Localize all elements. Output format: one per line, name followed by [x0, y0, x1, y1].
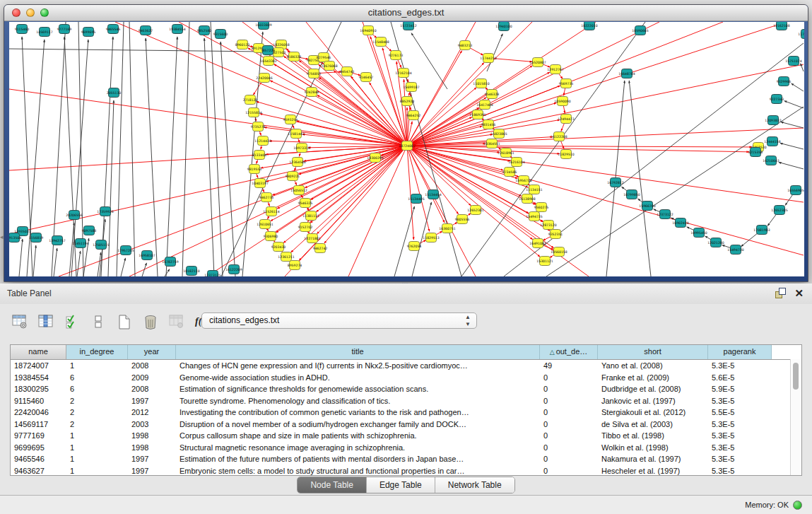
network-edge[interactable]	[407, 64, 804, 146]
table-cell[interactable]: 1	[66, 465, 128, 477]
table-cell[interactable]: 1	[66, 453, 128, 465]
table-cell[interactable]: 6	[66, 372, 128, 384]
table-cell[interactable]: 18300295	[11, 383, 66, 395]
table-row[interactable]: 1872400712008Changes of HCN gene express…	[11, 360, 801, 372]
table-cell[interactable]: 9463627	[11, 465, 66, 477]
network-edge[interactable]	[504, 43, 804, 276]
network-edge[interactable]	[9, 49, 260, 52]
table-cell[interactable]: 9115460	[11, 395, 66, 407]
table-row[interactable]: 2242004622012Investigating the contribut…	[11, 407, 801, 419]
network-edge[interactable]	[19, 239, 23, 276]
table-cell[interactable]: 2008	[128, 383, 176, 395]
table-mode-icon[interactable]	[10, 313, 29, 331]
tab-network-table[interactable]: Network Table	[435, 477, 514, 493]
panel-collapse-arrow[interactable]: ◂	[0, 233, 4, 240]
network-edge[interactable]	[407, 146, 413, 240]
table-cell[interactable]: Jankovic et al. (1997)	[598, 395, 708, 407]
table-cell[interactable]: 18724007	[11, 360, 66, 372]
table-cell[interactable]: Estimation of the future numbers of pati…	[176, 453, 540, 465]
table-cell[interactable]: 2	[66, 419, 128, 431]
table-cell[interactable]: Investigating the contribution of common…	[176, 407, 540, 419]
table-row[interactable]: 1456911722003Disruption of a novel membe…	[11, 419, 801, 431]
table-cell[interactable]: 5.3E-5	[708, 453, 772, 465]
table-cell[interactable]: Dudbridge et al. (2008)	[598, 383, 708, 395]
table-cell[interactable]: 9465546	[11, 453, 66, 465]
table-cell[interactable]: 1	[66, 360, 128, 372]
table-cell[interactable]: Franke et al. (2009)	[598, 372, 708, 384]
network-view[interactable]: 1872400789601238912955182260589827503165…	[9, 22, 804, 276]
network-edge[interactable]	[407, 146, 804, 202]
table-cell[interactable]: Changes of HCN gene expression and I(f) …	[176, 360, 540, 372]
table-row[interactable]: 1830029562008Estimation of significance …	[11, 383, 801, 395]
tab-edge-table[interactable]: Edge Table	[366, 477, 435, 493]
table-row[interactable]: 911546021997Tourette syndrome. Phenomeno…	[11, 395, 801, 407]
table-cell[interactable]: 5.5E-5	[708, 407, 772, 419]
table-cell[interactable]: Tourette syndrome. Phenomenology and cla…	[176, 395, 540, 407]
network-edge[interactable]	[792, 83, 804, 91]
table-cell[interactable]: 5.3E-5	[708, 430, 772, 442]
table-cell[interactable]: 49	[540, 360, 598, 372]
table-row[interactable]: 969969511998Structural magnetic resonanc…	[11, 442, 801, 454]
table-scrollbar[interactable]	[790, 359, 801, 475]
table-cell[interactable]: 5.3E-5	[708, 465, 772, 477]
table-cell[interactable]: 2008	[128, 360, 176, 372]
table-cell[interactable]: 9699695	[11, 442, 66, 454]
network-edge[interactable]	[407, 98, 486, 146]
table-cell[interactable]: Genome-wide association studies in ADHD.	[176, 372, 540, 384]
column-header-pagerank[interactable]: pagerank	[708, 345, 772, 359]
network-window-titlebar[interactable]: citations_edges.txt	[4, 5, 808, 21]
table-cell[interactable]: 2009	[128, 372, 176, 384]
table-cell[interactable]: Embryonic stem cells: a model to study s…	[176, 465, 540, 477]
network-edge[interactable]	[220, 42, 235, 276]
network-edge[interactable]	[407, 146, 804, 255]
table-cell[interactable]: 0	[540, 395, 598, 407]
delete-table-icon[interactable]	[167, 313, 186, 331]
table-cell[interactable]: Disruption of a novel member of a sodium…	[176, 419, 540, 431]
network-edge[interactable]	[779, 163, 804, 169]
network-edge[interactable]	[33, 245, 36, 276]
memory-status-icon[interactable]	[793, 501, 802, 510]
table-cell[interactable]: 5.3E-5	[708, 395, 772, 407]
table-cell[interactable]: 0	[540, 430, 598, 442]
table-cell[interactable]: 19384554	[11, 372, 66, 384]
table-cell[interactable]: 1997	[128, 453, 176, 465]
network-edge[interactable]	[487, 34, 502, 71]
network-edge[interactable]	[305, 146, 407, 188]
network-edge[interactable]	[317, 95, 407, 146]
select-rows-icon[interactable]	[62, 313, 81, 331]
column-header-year[interactable]: year	[128, 345, 176, 359]
network-edge[interactable]	[98, 252, 101, 276]
table-cell[interactable]: 0	[540, 383, 598, 395]
table-cell[interactable]: 1997	[128, 395, 176, 407]
table-cell[interactable]: 2003	[128, 419, 176, 431]
table-cell[interactable]: Stergiakouli et al. (2012)	[598, 407, 708, 419]
table-select-dropdown[interactable]: citations_edges.txt ▲▼	[201, 313, 477, 329]
row-mode-icon[interactable]	[88, 313, 107, 331]
new-column-icon[interactable]	[114, 313, 134, 331]
network-edge[interactable]	[407, 146, 430, 231]
table-cell[interactable]: 0	[540, 419, 598, 431]
table-cell[interactable]: Corpus callosum shape and size in male p…	[176, 430, 540, 442]
network-edge[interactable]	[117, 22, 124, 276]
network-edge[interactable]	[108, 100, 114, 276]
network-canvas[interactable]: 1872400789601238912955182260589827503165…	[9, 22, 804, 276]
table-cell[interactable]: 0	[540, 442, 598, 454]
network-edge[interactable]	[129, 22, 135, 276]
network-edge[interactable]	[407, 22, 532, 146]
table-cell[interactable]: 5.9E-5	[708, 383, 772, 395]
table-cell[interactable]: 6	[66, 383, 128, 395]
network-edge[interactable]	[784, 101, 804, 108]
network-edge[interactable]	[546, 107, 804, 276]
table-cell[interactable]: 5.6E-5	[708, 372, 772, 384]
table-cell[interactable]: 2012	[128, 407, 176, 419]
table-cell[interactable]: Estimation of significance thresholds fo…	[176, 383, 540, 395]
network-edge[interactable]	[407, 128, 804, 146]
table-cell[interactable]: 0	[540, 372, 598, 384]
network-edge[interactable]	[324, 146, 407, 243]
network-edge[interactable]	[781, 122, 804, 128]
table-cell[interactable]: 1997	[128, 465, 176, 477]
table-cell[interactable]: 0	[540, 453, 598, 465]
network-edge[interactable]	[299, 146, 407, 260]
network-edge[interactable]	[142, 263, 146, 276]
network-edge[interactable]	[146, 38, 158, 276]
